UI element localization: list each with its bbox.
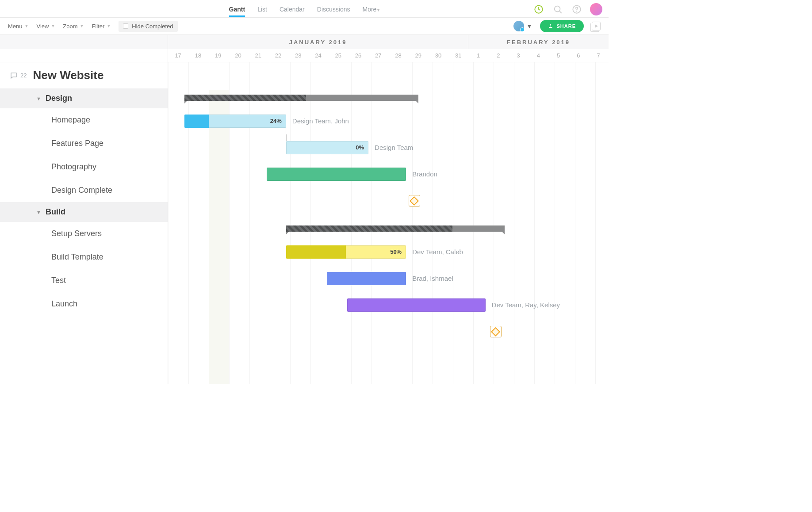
- help-icon[interactable]: [571, 4, 582, 15]
- user-avatar[interactable]: [590, 3, 602, 15]
- clock-icon[interactable]: [533, 4, 544, 15]
- project-title[interactable]: New Website: [33, 69, 103, 82]
- month-label: JANUARY 2019: [168, 35, 468, 49]
- day-cell: 20: [228, 49, 248, 62]
- comment-icon: [10, 72, 18, 80]
- chevron-down-icon: ▼: [527, 23, 532, 30]
- task-bar[interactable]: [347, 298, 486, 312]
- nav-tab-discussions[interactable]: Discussions: [317, 0, 350, 17]
- day-cell: 3: [509, 49, 529, 62]
- group-name: Build: [46, 207, 65, 217]
- comments-button[interactable]: 22: [10, 72, 27, 80]
- gantt-chart[interactable]: JANUARY 2019FEBRUARY 2019 17181920212223…: [168, 35, 609, 384]
- day-cell: 6: [568, 49, 588, 62]
- svg-point-4: [576, 11, 577, 12]
- checkbox-icon: [123, 23, 128, 29]
- day-header: 1718192021222324252627282930311234567: [168, 49, 609, 62]
- day-cell: 30: [428, 49, 448, 62]
- task-assignees: Design Team: [375, 141, 413, 154]
- task-row[interactable]: Build Template: [0, 245, 168, 269]
- top-nav-right: [533, 3, 602, 15]
- day-cell: 1: [468, 49, 488, 62]
- chevron-down-icon: ▼: [36, 210, 41, 215]
- hide-completed-toggle[interactable]: Hide Completed: [119, 21, 177, 32]
- task-row[interactable]: Features Page: [0, 132, 168, 155]
- chevron-down-icon: ▼: [36, 96, 41, 101]
- task-bar[interactable]: 24%: [184, 115, 286, 128]
- toolbar-zoom[interactable]: Zoom▼: [63, 23, 84, 30]
- nav-tab-gantt[interactable]: Gantt: [229, 0, 245, 17]
- group-header[interactable]: ▼Build: [0, 202, 168, 222]
- month-header: JANUARY 2019FEBRUARY 2019: [168, 35, 609, 49]
- task-bar[interactable]: [327, 272, 406, 285]
- toolbar-view[interactable]: View▼: [36, 23, 55, 30]
- day-cell: 31: [448, 49, 468, 62]
- project-header: 22 New Website: [0, 62, 168, 88]
- play-icon: [594, 24, 598, 28]
- task-bar[interactable]: 50%: [286, 245, 406, 259]
- collaborator-picker[interactable]: ▼: [513, 21, 532, 31]
- task-assignees: Brad, Ishmael: [412, 272, 453, 285]
- search-icon[interactable]: [552, 4, 563, 15]
- task-assignees: Dev Team, Ray, Kelsey: [492, 298, 560, 312]
- present-button[interactable]: [592, 22, 601, 31]
- milestone[interactable]: [409, 195, 420, 206]
- day-cell: 27: [368, 49, 388, 62]
- toolbar: Menu▼View▼Zoom▼Filter▼ Hide Completed ▼ …: [0, 18, 609, 35]
- task-assignees: Dev Team, Caleb: [412, 245, 463, 259]
- top-nav: GanttListCalendarDiscussionsMore▾: [0, 0, 609, 18]
- task-pct: 50%: [390, 245, 402, 259]
- day-cell: 17: [168, 49, 188, 62]
- main: 22 New Website ▼DesignHomepageFeatures P…: [0, 35, 609, 384]
- milestone[interactable]: [490, 326, 502, 337]
- task-list-panel: 22 New Website ▼DesignHomepageFeatures P…: [0, 35, 168, 384]
- day-cell: 18: [188, 49, 208, 62]
- task-row[interactable]: Design Complete: [0, 179, 168, 202]
- nav-tabs: GanttListCalendarDiscussionsMore▾: [229, 0, 380, 17]
- hide-completed-label: Hide Completed: [132, 23, 173, 30]
- day-cell: 26: [348, 49, 368, 62]
- task-bar[interactable]: [267, 168, 406, 181]
- share-button[interactable]: SHARE: [540, 20, 584, 32]
- month-label: FEBRUARY 2019: [468, 35, 609, 49]
- day-cell: 5: [548, 49, 568, 62]
- task-row[interactable]: Launch: [0, 292, 168, 316]
- nav-tab-list[interactable]: List: [257, 0, 267, 17]
- task-row[interactable]: Setup Servers: [0, 222, 168, 245]
- summary-bar[interactable]: [184, 95, 418, 101]
- group-name: Design: [46, 94, 72, 103]
- task-row[interactable]: Homepage: [0, 108, 168, 132]
- grid-lines: [168, 62, 609, 384]
- nav-tab-calendar[interactable]: Calendar: [280, 0, 305, 17]
- group-header[interactable]: ▼Design: [0, 88, 168, 108]
- collaborator-avatar: [513, 21, 524, 31]
- nav-tab-more[interactable]: More▾: [362, 0, 379, 17]
- summary-bar[interactable]: [286, 225, 505, 232]
- toolbar-menu[interactable]: Menu▼: [8, 23, 28, 30]
- task-row[interactable]: Test: [0, 269, 168, 292]
- day-cell: 25: [328, 49, 348, 62]
- share-label: SHARE: [556, 23, 576, 29]
- day-cell: 2: [488, 49, 508, 62]
- share-icon: [548, 23, 553, 29]
- task-pct: 24%: [270, 115, 282, 128]
- task-assignees: Brandon: [412, 168, 437, 181]
- day-cell: 4: [529, 49, 548, 62]
- day-cell: 7: [589, 49, 609, 62]
- day-cell: 21: [248, 49, 268, 62]
- svg-line-2: [559, 11, 561, 13]
- day-cell: 28: [388, 49, 408, 62]
- toolbar-items: Menu▼View▼Zoom▼Filter▼: [8, 23, 111, 30]
- task-bar[interactable]: 0%: [286, 141, 368, 154]
- day-cell: 24: [308, 49, 328, 62]
- day-cell: 22: [268, 49, 288, 62]
- task-assignees: Design Team, John: [292, 115, 349, 128]
- day-cell: 23: [288, 49, 308, 62]
- task-pct: 0%: [356, 141, 364, 154]
- task-row[interactable]: Photography: [0, 155, 168, 179]
- day-cell: 19: [208, 49, 228, 62]
- day-cell: 29: [408, 49, 428, 62]
- toolbar-filter[interactable]: Filter▼: [92, 23, 111, 30]
- comment-count: 22: [20, 72, 27, 79]
